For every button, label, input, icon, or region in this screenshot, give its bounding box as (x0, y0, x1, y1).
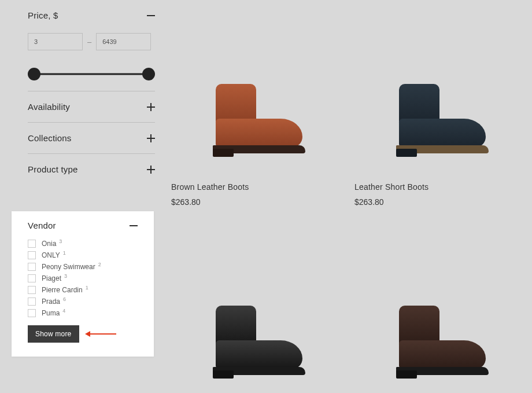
annotation-arrow (85, 331, 116, 337)
product-title: Leather Short Boots (354, 182, 518, 192)
vendor-panel: Vendor Onia 3 ONLY 1 Peony Swimwear 2 Pi… (12, 211, 154, 357)
product-image (354, 219, 518, 381)
filter-collections-header[interactable]: Collections (28, 133, 155, 143)
price-min-input[interactable] (28, 33, 83, 50)
price-separator: – (87, 38, 91, 46)
vendor-item-count: 2 (98, 262, 101, 267)
product-image (171, 0, 335, 182)
vendor-item-label: Prada (42, 297, 60, 306)
product-card[interactable]: Leather Short Boots $263.80 (354, 0, 518, 219)
slider-handle-max[interactable] (142, 68, 155, 80)
vendor-item[interactable]: ONLY 1 (28, 251, 138, 259)
filter-price-label: Price, $ (28, 10, 58, 20)
checkbox[interactable] (28, 251, 36, 259)
filter-collections: Collections (28, 123, 155, 154)
vendor-item-count: 6 (63, 296, 66, 302)
product-image (354, 0, 518, 182)
expand-icon (147, 166, 155, 174)
vendor-item-count: 4 (62, 308, 65, 314)
vendor-item-label: Puma (42, 309, 60, 317)
filter-product-type-header[interactable]: Product type (28, 164, 155, 174)
vendor-item-count: 1 (86, 285, 88, 291)
filter-price-body: – (28, 33, 155, 80)
filter-sidebar: Price, $ – Availability Collections (28, 0, 155, 185)
checkbox[interactable] (28, 309, 36, 317)
vendor-item-label: Pierre Cardin (42, 286, 83, 294)
vendor-header[interactable]: Vendor (28, 221, 138, 230)
checkbox[interactable] (28, 274, 36, 282)
vendor-item[interactable]: Pierre Cardin 1 (28, 286, 138, 294)
vendor-item-label: Piaget (42, 274, 61, 282)
collapse-icon (130, 222, 138, 230)
product-grid: Brown Leather Boots $263.80 Leather Shor… (171, 0, 518, 393)
product-card[interactable] (171, 219, 335, 393)
vendor-item-label: Onia (42, 240, 56, 248)
slider-track (34, 74, 149, 75)
price-slider[interactable] (28, 68, 155, 80)
vendor-item-count: 1 (63, 250, 66, 256)
price-max-input[interactable] (96, 33, 151, 50)
filter-product-type: Product type (28, 154, 155, 185)
filter-price: Price, $ – (28, 0, 155, 91)
checkbox[interactable] (28, 240, 36, 248)
vendor-list: Onia 3 ONLY 1 Peony Swimwear 2 Piaget 3 … (28, 240, 138, 317)
product-card[interactable]: Brown Leather Boots $263.80 (171, 0, 335, 219)
filter-price-header[interactable]: Price, $ (28, 10, 155, 20)
slider-handle-min[interactable] (28, 68, 40, 80)
checkbox[interactable] (28, 297, 36, 306)
vendor-item[interactable]: Puma 4 (28, 309, 138, 317)
checkbox[interactable] (28, 286, 36, 294)
vendor-item[interactable]: Prada 6 (28, 297, 138, 306)
product-card[interactable] (354, 219, 518, 393)
vendor-item-label: ONLY (42, 251, 60, 259)
filter-availability-header[interactable]: Availability (28, 102, 155, 112)
filter-availability: Availability (28, 91, 155, 123)
vendor-label: Vendor (28, 221, 56, 230)
product-price: $263.80 (354, 197, 518, 207)
filter-collections-label: Collections (28, 133, 72, 143)
show-more-button[interactable]: Show more (28, 325, 79, 343)
vendor-item-label: Peony Swimwear (42, 263, 95, 271)
expand-icon (147, 134, 155, 142)
vendor-item[interactable]: Peony Swimwear 2 (28, 263, 138, 271)
collapse-icon (147, 12, 155, 20)
checkbox[interactable] (28, 263, 36, 271)
vendor-item-count: 3 (59, 238, 62, 244)
product-image (171, 219, 335, 381)
vendor-item[interactable]: Onia 3 (28, 240, 138, 248)
product-price: $263.80 (171, 197, 335, 207)
filter-product-type-label: Product type (28, 164, 78, 174)
product-title: Brown Leather Boots (171, 182, 335, 192)
vendor-item-count: 3 (64, 273, 67, 279)
filter-availability-label: Availability (28, 102, 70, 112)
vendor-item[interactable]: Piaget 3 (28, 274, 138, 282)
expand-icon (147, 103, 155, 111)
